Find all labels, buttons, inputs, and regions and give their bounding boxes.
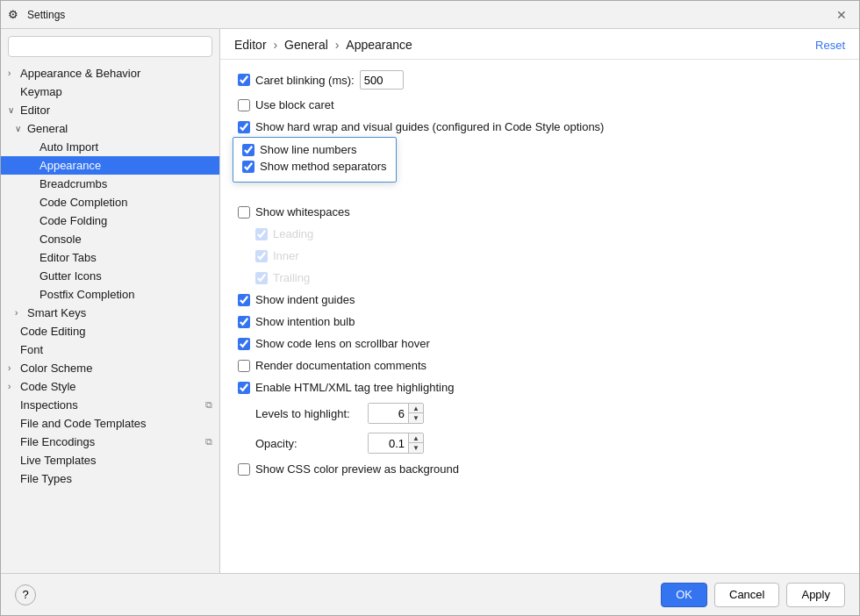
sidebar-item-label: Code Style	[20, 380, 76, 393]
caret-blinking-text: Caret blinking (ms):	[255, 74, 355, 87]
show-hard-wrap-text: Show hard wrap and visual guides (config…	[255, 120, 604, 133]
sidebar-item-postfix-completion[interactable]: Postfix Completion	[1, 285, 219, 304]
sidebar-item-code-editing[interactable]: Code Editing	[1, 322, 219, 340]
leading-label[interactable]: Leading	[255, 227, 313, 240]
trailing-checkbox[interactable]	[255, 272, 268, 284]
breadcrumb-sep-2: ›	[335, 38, 343, 52]
render-doc-comments-row: Render documentation comments	[238, 359, 842, 372]
search-input[interactable]	[8, 36, 212, 57]
sidebar-item-color-scheme[interactable]: › Color Scheme	[1, 359, 219, 377]
sidebar-item-keymap[interactable]: Keymap	[1, 82, 219, 101]
levels-to-highlight-input[interactable]	[369, 404, 408, 423]
sidebar-item-smart-keys[interactable]: › Smart Keys	[1, 304, 219, 322]
sidebar-item-editor-tabs[interactable]: Editor Tabs	[1, 248, 219, 267]
sidebar-item-live-templates[interactable]: Live Templates	[1, 451, 219, 469]
help-button[interactable]: ?	[15, 584, 36, 605]
sidebar-item-auto-import[interactable]: Auto Import	[1, 138, 219, 156]
sidebar-item-label: Keymap	[20, 85, 62, 98]
main-panel: Editor › General › Appearance Reset Care…	[220, 29, 859, 573]
show-css-color-preview-checkbox[interactable]	[238, 463, 250, 476]
sidebar-item-code-folding[interactable]: Code Folding	[1, 211, 219, 230]
show-hard-wrap-checkbox[interactable]	[238, 121, 250, 133]
show-intention-bulb-checkbox[interactable]	[238, 316, 250, 328]
show-line-numbers-checkbox[interactable]	[242, 144, 254, 156]
sidebar-item-font[interactable]: Font	[1, 340, 219, 359]
show-method-separators-checkbox[interactable]	[242, 161, 254, 173]
sidebar-item-label: Live Templates	[20, 454, 96, 467]
sidebar-item-file-encodings[interactable]: File Encodings ⧉	[1, 433, 219, 451]
caret-blinking-checkbox[interactable]	[238, 74, 250, 86]
sidebar-item-appearance[interactable]: Appearance	[1, 156, 219, 175]
inner-row: Inner	[255, 249, 842, 262]
inner-label[interactable]: Inner	[255, 249, 299, 262]
spin-down-button[interactable]: ▼	[409, 413, 423, 423]
sidebar-item-console[interactable]: Console	[1, 230, 219, 248]
enable-html-xml-label[interactable]: Enable HTML/XML tag tree highlighting	[238, 381, 454, 394]
apply-button[interactable]: Apply	[786, 583, 845, 607]
show-code-lens-text: Show code lens on scrollbar hover	[255, 337, 430, 350]
opacity-input[interactable]	[369, 433, 408, 453]
show-indent-guides-checkbox[interactable]	[238, 294, 250, 306]
sidebar-item-file-types[interactable]: File Types	[1, 469, 219, 488]
spin-buttons: ▲ ▼	[408, 404, 423, 423]
show-css-color-preview-text: Show CSS color preview as background	[255, 462, 459, 476]
close-button[interactable]: ✕	[831, 4, 852, 25]
caret-blinking-label[interactable]: Caret blinking (ms):	[238, 74, 355, 87]
inner-checkbox[interactable]	[255, 250, 268, 262]
sidebar-item-appearance-behavior[interactable]: › Appearance & Behavior	[1, 64, 219, 82]
render-doc-comments-text: Render documentation comments	[255, 359, 426, 372]
show-line-numbers-text: Show line numbers	[260, 143, 357, 156]
show-hard-wrap-label[interactable]: Show hard wrap and visual guides (config…	[238, 120, 604, 133]
expand-arrow: ›	[8, 363, 20, 373]
copy-icon: ⧉	[205, 399, 212, 411]
leading-row: Leading	[255, 227, 842, 240]
show-code-lens-checkbox[interactable]	[238, 338, 250, 350]
show-whitespaces-checkbox[interactable]	[238, 206, 250, 218]
show-indent-guides-label[interactable]: Show indent guides	[238, 293, 355, 306]
sidebar-item-file-code-templates[interactable]: File and Code Templates	[1, 414, 219, 433]
use-block-caret-checkbox[interactable]	[238, 99, 250, 111]
show-whitespaces-label[interactable]: Show whitespaces	[238, 205, 350, 218]
expand-arrow: ›	[8, 68, 20, 78]
caret-blinking-input[interactable]	[360, 70, 404, 90]
opacity-spin-down-button[interactable]: ▼	[409, 443, 423, 453]
levels-to-highlight-label: Levels to highlight:	[255, 407, 361, 420]
sidebar-item-breadcrumbs[interactable]: Breadcrumbs	[1, 175, 219, 193]
sidebar-item-label: Smart Keys	[27, 306, 86, 319]
use-block-caret-label[interactable]: Use block caret	[238, 98, 334, 111]
reset-link[interactable]: Reset	[815, 39, 845, 52]
leading-checkbox[interactable]	[255, 228, 268, 240]
sidebar-item-gutter-icons[interactable]: Gutter Icons	[1, 267, 219, 285]
enable-html-xml-text: Enable HTML/XML tag tree highlighting	[255, 381, 454, 394]
use-block-caret-text: Use block caret	[255, 98, 334, 111]
show-code-lens-label[interactable]: Show code lens on scrollbar hover	[238, 337, 430, 350]
show-css-color-preview-label[interactable]: Show CSS color preview as background	[238, 462, 459, 476]
sidebar-item-label: File Types	[20, 472, 72, 485]
sidebar-item-inspections[interactable]: Inspections ⧉	[1, 396, 219, 414]
main-content: › Appearance & Behavior Keymap ∨ Editor …	[1, 29, 859, 573]
sidebar-item-general[interactable]: ∨ General	[1, 119, 219, 138]
render-doc-comments-label[interactable]: Render documentation comments	[238, 359, 426, 372]
footer: ? OK Cancel Apply	[1, 573, 859, 615]
sidebar-item-label: Editor Tabs	[39, 251, 97, 264]
show-hard-wrap-row: Show hard wrap and visual guides (config…	[238, 120, 842, 133]
enable-html-xml-checkbox[interactable]	[238, 382, 250, 394]
cancel-button[interactable]: Cancel	[714, 583, 779, 607]
spin-up-button[interactable]: ▲	[409, 404, 423, 413]
sidebar-item-editor[interactable]: ∨ Editor	[1, 101, 219, 119]
breadcrumb-appearance: Appearance	[346, 38, 412, 52]
sidebar-item-code-completion[interactable]: Code Completion	[1, 193, 219, 211]
expand-arrow: ∨	[15, 124, 27, 133]
tree: › Appearance & Behavior Keymap ∨ Editor …	[1, 64, 219, 573]
levels-to-highlight-spinner: ▲ ▼	[368, 403, 424, 424]
sidebar-item-label: Auto Import	[39, 140, 98, 154]
opacity-spin-up-button[interactable]: ▲	[409, 433, 423, 443]
trailing-label[interactable]: Trailing	[255, 271, 310, 284]
render-doc-comments-checkbox[interactable]	[238, 360, 250, 372]
show-indent-guides-row: Show indent guides	[238, 293, 842, 306]
sidebar-item-code-style[interactable]: › Code Style	[1, 377, 219, 396]
show-method-separators-label[interactable]: Show method separators	[242, 160, 387, 173]
show-intention-bulb-label[interactable]: Show intention bulb	[238, 315, 355, 328]
ok-button[interactable]: OK	[661, 583, 707, 607]
show-line-numbers-label[interactable]: Show line numbers	[242, 143, 357, 156]
